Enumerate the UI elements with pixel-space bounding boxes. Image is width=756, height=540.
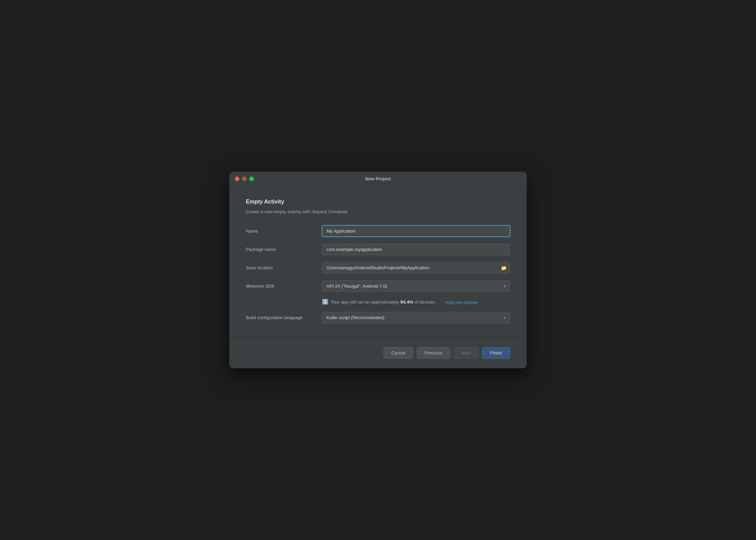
name-field-wrap	[322, 225, 510, 237]
new-project-dialog: New Project Empty Activity Create a new …	[229, 172, 527, 368]
save-location-label: Save location	[246, 265, 322, 270]
close-button[interactable]	[235, 177, 239, 181]
next-button[interactable]: Next	[454, 347, 479, 359]
section-title: Empty Activity	[246, 199, 510, 205]
package-input[interactable]	[322, 244, 510, 255]
sdk-info: ℹ️ Your app will run on approximately 94…	[322, 299, 510, 305]
min-sdk-select-wrap: API 24 ("Nougat"; Android 7.0) API 25 ("…	[322, 280, 510, 292]
maximize-button[interactable]	[249, 177, 254, 181]
build-config-select[interactable]: Kotlin script (Recommended) Groovy DSL	[322, 312, 510, 323]
name-input[interactable]	[322, 225, 510, 237]
name-label: Name	[246, 228, 322, 234]
traffic-lights	[235, 177, 254, 181]
sdk-percentage: 94.4%	[400, 299, 413, 305]
info-icon: ℹ️	[322, 299, 329, 305]
save-location-field-wrap: 📁	[322, 262, 510, 273]
dialog-footer: Cancel Previous Next Finish	[229, 337, 527, 368]
dialog-content: Empty Activity Create a new empty activi…	[229, 186, 527, 323]
package-row: Package name	[246, 244, 510, 255]
min-sdk-field-wrap: API 24 ("Nougat"; Android 7.0) API 25 ("…	[322, 280, 510, 292]
package-label: Package name	[246, 247, 322, 252]
build-config-label: Build configuration language	[246, 315, 322, 320]
finish-button[interactable]: Finish	[482, 347, 510, 359]
min-sdk-select[interactable]: API 24 ("Nougat"; Android 7.0) API 25 ("…	[322, 280, 510, 292]
section-description: Create a new empty activity with Jetpack…	[246, 209, 510, 214]
save-location-input[interactable]	[322, 262, 510, 273]
build-config-select-wrap: Kotlin script (Recommended) Groovy DSL ▼	[322, 312, 510, 323]
sdk-info-row: ℹ️ Your app will run on approximately 94…	[246, 299, 510, 305]
min-sdk-label: Minimum SDK	[246, 284, 322, 289]
sdk-info-text: Your app will run on approximately 94.4%…	[331, 299, 436, 305]
previous-button[interactable]: Previous	[417, 347, 450, 359]
build-config-field-wrap: Kotlin script (Recommended) Groovy DSL ▼	[322, 312, 510, 323]
titlebar: New Project	[229, 172, 527, 186]
window-title: New Project	[365, 176, 391, 181]
name-row: Name	[246, 225, 510, 237]
folder-icon[interactable]: 📁	[501, 265, 507, 271]
min-sdk-row: Minimum SDK API 24 ("Nougat"; Android 7.…	[246, 280, 510, 292]
minimize-button[interactable]	[242, 177, 247, 181]
save-location-row: Save location 📁	[246, 262, 510, 273]
build-config-row: Build configuration language Kotlin scri…	[246, 312, 510, 323]
package-field-wrap	[322, 244, 510, 255]
help-me-choose-link[interactable]: Help me choose	[445, 300, 478, 305]
cancel-button[interactable]: Cancel	[384, 347, 413, 359]
